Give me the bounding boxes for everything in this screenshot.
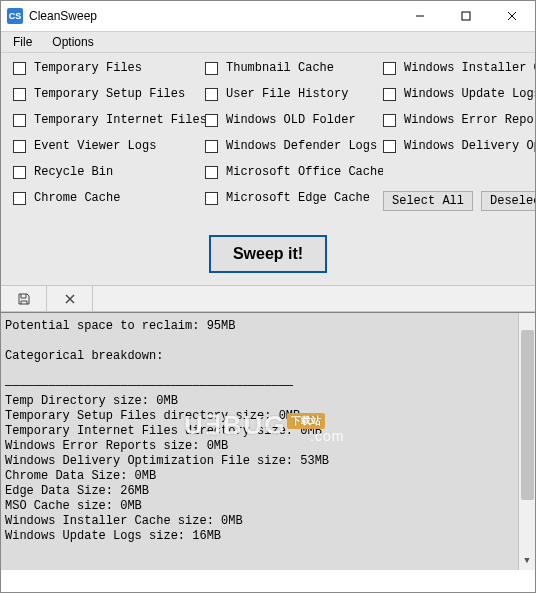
titlebar: CS CleanSweep [1,1,535,31]
checkbox-icon[interactable] [383,62,396,75]
check-label: Microsoft Office Cache [226,165,383,179]
tab-close-icon[interactable] [47,286,93,311]
sweep-region: Sweep it! [1,225,535,286]
checkbox-icon[interactable] [205,140,218,153]
check-column-2: Thumbnail Cache User File History Window… [205,55,383,211]
checkbox-icon[interactable] [13,114,26,127]
check-column-1: Temporary Files Temporary Setup Files Te… [13,55,205,211]
options-panel: Temporary Files Temporary Setup Files Te… [1,53,535,225]
check-label: Windows Defender Logs [226,139,377,153]
check-windows-old-folder[interactable]: Windows OLD Folder [205,107,383,133]
check-windows-update-logs[interactable]: Windows Update Logs [383,81,536,107]
checkbox-icon[interactable] [205,88,218,101]
checkbox-icon[interactable] [13,166,26,179]
checkbox-icon[interactable] [13,62,26,75]
check-label: Windows Update Logs [404,87,536,101]
check-windows-error-reports[interactable]: Windows Error Reports [383,107,536,133]
minimize-button[interactable] [397,1,443,31]
check-chrome-cache[interactable]: Chrome Cache [13,185,205,211]
close-button[interactable] [489,1,535,31]
check-label: Microsoft Edge Cache [226,191,370,205]
svg-rect-1 [462,12,470,20]
check-thumbnail-cache[interactable]: Thumbnail Cache [205,55,383,81]
menubar: File Options [1,31,535,53]
output-pane: Potential space to reclaim: 95MB Categor… [1,312,535,570]
checkbox-icon[interactable] [383,114,396,127]
checkbox-icon[interactable] [383,88,396,101]
check-label: Windows Error Reports [404,113,536,127]
check-temporary-internet-files[interactable]: Temporary Internet Files [13,107,205,133]
sweep-button[interactable]: Sweep it! [209,235,327,273]
menu-file[interactable]: File [3,33,42,51]
scroll-down-icon[interactable]: ▼ [519,553,535,570]
check-label: Temporary Internet Files [34,113,205,127]
select-all-button[interactable]: Select All [383,191,473,211]
check-label: Thumbnail Cache [226,61,334,75]
check-label: Event Viewer Logs [34,139,156,153]
checkbox-icon[interactable] [205,62,218,75]
maximize-button[interactable] [443,1,489,31]
check-event-viewer-logs[interactable]: Event Viewer Logs [13,133,205,159]
scroll-thumb[interactable] [521,330,534,500]
window-controls [397,1,535,31]
checkbox-icon[interactable] [13,88,26,101]
check-label: Windows OLD Folder [226,113,356,127]
checkbox-icon[interactable] [13,192,26,205]
check-column-3: Windows Installer Cache Windows Update L… [383,55,536,211]
check-recycle-bin[interactable]: Recycle Bin [13,159,205,185]
check-windows-defender-logs[interactable]: Windows Defender Logs [205,133,383,159]
checkbox-icon[interactable] [13,140,26,153]
check-label: Windows Installer Cache [404,61,536,75]
check-label: Temporary Setup Files [34,87,185,101]
check-label: User File History [226,87,348,101]
checkbox-icon[interactable] [205,192,218,205]
check-label: Chrome Cache [34,191,120,205]
tab-save-icon[interactable] [1,286,47,311]
check-label: Windows Delivery Optimizat [404,139,536,153]
app-icon: CS [7,8,23,24]
check-user-file-history[interactable]: User File History [205,81,383,107]
check-windows-delivery-optimization[interactable]: Windows Delivery Optimizat [383,133,536,159]
window-title: CleanSweep [29,9,397,23]
checkbox-icon[interactable] [383,140,396,153]
output-scrollbar[interactable]: ▲ ▼ [518,313,535,570]
check-temporary-files[interactable]: Temporary Files [13,55,205,81]
menu-options[interactable]: Options [42,33,103,51]
checkbox-icon[interactable] [205,166,218,179]
check-microsoft-office-cache[interactable]: Microsoft Office Cache [205,159,383,185]
output-tabstrip [1,286,535,312]
check-microsoft-edge-cache[interactable]: Microsoft Edge Cache [205,185,383,211]
check-label: Temporary Files [34,61,142,75]
check-label: Recycle Bin [34,165,113,179]
check-windows-installer-cache[interactable]: Windows Installer Cache [383,55,536,81]
check-temporary-setup-files[interactable]: Temporary Setup Files [13,81,205,107]
checkbox-icon[interactable] [205,114,218,127]
deselect-button[interactable]: Deselect [481,191,536,211]
